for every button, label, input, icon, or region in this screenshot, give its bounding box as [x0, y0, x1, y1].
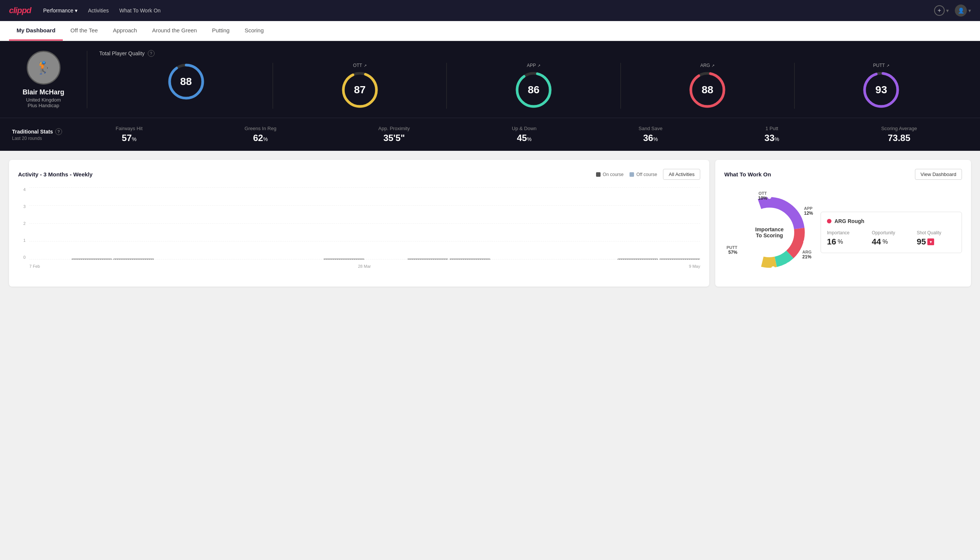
user-menu[interactable]: 👤 ▾ — [955, 5, 971, 17]
tab-off-the-tee[interactable]: Off the Tee — [63, 21, 105, 41]
arrow-icon: ↗ — [364, 63, 367, 68]
hero-section: 🏌️ Blair McHarg United Kingdom Plus Hand… — [0, 41, 980, 118]
pink-indicator — [827, 219, 832, 223]
chevron-down-icon: ▾ — [968, 8, 971, 13]
circle-arg: 88 — [689, 71, 726, 109]
traditional-stats-section: Traditional Stats ? Last 20 rounds Fairw… — [0, 118, 980, 151]
player-handicap: Plus Handicap — [28, 103, 60, 108]
wtwon-content: Importance To Scoring OTT 10% APP 12% AR… — [724, 187, 962, 278]
help-icon[interactable]: ? — [55, 128, 62, 135]
stat-label-scoring: Scoring Average — [881, 126, 917, 131]
bar-on-3 — [113, 259, 154, 260]
tpq-section: Total Player Quality ? 88 OTT ↗ — [87, 50, 968, 109]
stat-value-fairways: 57% — [116, 133, 143, 143]
activity-controls: On course Off course All Activities — [596, 169, 700, 180]
score-arg-label: ARG ↗ — [700, 63, 714, 68]
stat-value-scoring: 73.85 — [881, 133, 917, 143]
player-avatar: 🏌️ — [27, 51, 60, 85]
stat-items: Fairways Hit 57% Greens In Reg 62% App. … — [65, 126, 968, 143]
chart-legend: On course Off course — [596, 172, 657, 177]
svg-point-15 — [803, 240, 807, 244]
legend-on-course: On course — [596, 172, 624, 177]
chevron-down-icon: ▾ — [946, 8, 949, 13]
bar-group-16 — [659, 259, 700, 260]
help-icon[interactable]: ? — [148, 50, 155, 57]
player-country: United Kingdom — [26, 97, 61, 103]
info-metrics: Importance 16% Opportunity 44% Shot Qual… — [827, 230, 955, 247]
segment-label-ott: OTT 10% — [758, 191, 767, 201]
stat-label-proximity: App. Proximity — [378, 126, 410, 131]
bar-group-11 — [449, 259, 490, 260]
sub-navigation: My Dashboard Off the Tee Approach Around… — [0, 21, 980, 41]
grid-lines — [29, 187, 700, 260]
bar-group-8 — [323, 259, 364, 260]
score-overall: 88 — [99, 63, 273, 109]
stat-value-sand: 36% — [639, 133, 662, 143]
svg-point-17 — [771, 266, 775, 270]
tab-my-dashboard[interactable]: My Dashboard — [9, 21, 63, 41]
bars-area — [29, 187, 700, 260]
tab-around-the-green[interactable]: Around the Green — [145, 21, 204, 41]
x-axis: 7 Feb 28 Mar 9 May — [29, 264, 700, 268]
all-activities-button[interactable]: All Activities — [663, 169, 700, 180]
stat-sand-save: Sand Save 36% — [639, 126, 662, 143]
bar-group-2 — [72, 259, 112, 260]
donut-chart: Importance To Scoring OTT 10% APP 12% AR… — [724, 187, 815, 278]
stat-label-sand: Sand Save — [639, 126, 662, 131]
logo[interactable]: clippd — [9, 6, 31, 15]
score-app-value: 86 — [527, 84, 539, 96]
arg-rough-card: ARG Rough Importance 16% Opportunity 44% — [820, 212, 962, 253]
legend-off-course: Off course — [629, 172, 657, 177]
opportunity-metric: Opportunity 44% — [872, 230, 910, 247]
importance-label: Importance — [827, 230, 866, 235]
donut-svg — [724, 187, 815, 278]
svg-point-14 — [767, 195, 771, 199]
bar-group-3 — [113, 259, 154, 260]
stat-greens-in-reg: Greens In Reg 62% — [245, 126, 276, 143]
score-arg: ARG ↗ 88 — [621, 63, 795, 109]
bar-group-15 — [617, 259, 659, 260]
stat-value-oneputt: 33% — [765, 133, 779, 143]
segment-label-arg: ARG 21% — [802, 250, 812, 260]
player-info: 🏌️ Blair McHarg United Kingdom Plus Hand… — [12, 51, 87, 108]
nav-link-what-to-work-on[interactable]: What To Work On — [119, 8, 161, 13]
tab-putting[interactable]: Putting — [205, 21, 237, 41]
opportunity-value: 44% — [872, 237, 910, 247]
avatar: 👤 — [955, 5, 967, 17]
x-label-may: 9 May — [689, 264, 700, 268]
add-button[interactable]: + ▾ — [934, 5, 949, 16]
score-putt-label: PUTT ↗ — [873, 63, 889, 68]
arrow-icon: ↗ — [886, 63, 889, 68]
stat-app-proximity: App. Proximity 35'5" — [378, 126, 410, 143]
score-overall-value: 88 — [180, 76, 192, 88]
shot-quality-metric: Shot Quality 95 ▼ — [917, 230, 955, 247]
top-navigation: clippd Performance ▾ Activities What To … — [0, 0, 980, 21]
importance-value: 16% — [827, 237, 866, 247]
nav-link-performance[interactable]: Performance ▾ — [43, 8, 77, 13]
stat-label-oneputt: 1 Putt — [765, 126, 779, 131]
shot-quality-label: Shot Quality — [917, 230, 955, 235]
stat-value-proximity: 35'5" — [378, 133, 410, 143]
circle-putt: 93 — [862, 71, 900, 109]
nav-link-activities[interactable]: Activities — [88, 8, 109, 13]
tpq-title: Total Player Quality — [99, 50, 145, 57]
tab-approach[interactable]: Approach — [105, 21, 145, 41]
stat-one-putt: 1 Putt 33% — [765, 126, 779, 143]
stat-value-gir: 62% — [245, 133, 276, 143]
view-dashboard-button[interactable]: View Dashboard — [915, 169, 962, 180]
tab-scoring[interactable]: Scoring — [237, 21, 271, 41]
score-arg-value: 88 — [702, 84, 714, 96]
bar-on-10 — [407, 259, 448, 260]
score-putt: PUTT ↗ 93 — [795, 63, 968, 109]
score-app-label: APP ↗ — [527, 63, 541, 68]
score-ott-value: 87 — [354, 84, 366, 96]
arg-rough-title: ARG Rough — [827, 218, 955, 224]
what-to-work-on-card: What To Work On View Dashboard — [715, 160, 971, 287]
trad-stats-title: Traditional Stats ? — [12, 128, 65, 135]
down-arrow-icon: ▼ — [927, 238, 934, 245]
score-circles: 88 OTT ↗ 87 AP — [99, 63, 968, 109]
circle-overall: 88 — [167, 63, 205, 100]
activity-title: Activity - 3 Months - Weekly — [18, 171, 93, 178]
segment-label-putt: PUTT 57% — [727, 245, 737, 255]
bar-group-10 — [407, 259, 448, 260]
